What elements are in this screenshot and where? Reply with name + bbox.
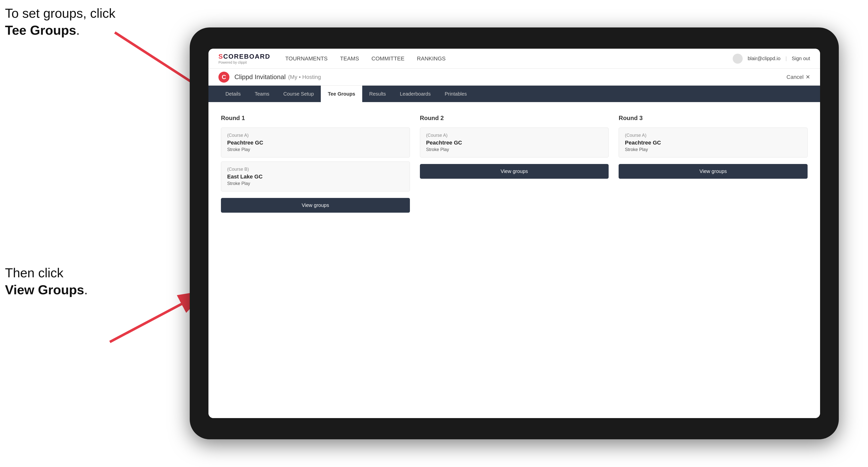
tablet-screen: SCOREBOARD Powered by clippit TOURNAMENT… (209, 49, 820, 418)
tab-teams[interactable]: Teams (248, 86, 276, 102)
round-2-course-a-format: Stroke Play (426, 147, 602, 152)
instruction-top-line1: To set groups, click (5, 6, 115, 21)
round-1-course-a-card: (Course A) Peachtree GC Stroke Play (221, 128, 410, 157)
top-nav: SCOREBOARD Powered by clippit TOURNAMENT… (209, 49, 820, 69)
nav-tournaments[interactable]: TOURNAMENTS (285, 55, 328, 62)
instruction-bottom-line1: Then click (5, 266, 63, 280)
nav-right: blair@clippd.io | Sign out (733, 54, 810, 64)
tab-leaderboards[interactable]: Leaderboards (393, 86, 438, 102)
tournament-logo-letter: C (222, 74, 226, 81)
round-1-course-a-label: (Course A) (227, 133, 404, 138)
round-2-title: Round 2 (420, 115, 609, 122)
cancel-label: Cancel (786, 74, 804, 81)
tournament-header: C Clippd Invitational (My • Hosting Canc… (209, 69, 820, 86)
nav-committee[interactable]: COMMITTEE (371, 55, 404, 62)
round-1-course-a-format: Stroke Play (227, 147, 404, 152)
nav-teams[interactable]: TEAMS (340, 55, 359, 62)
round-2-course-a-name: Peachtree GC (426, 139, 602, 146)
round-2-view-groups-button[interactable]: View groups (420, 164, 609, 179)
instruction-top-bold: Tee Groups (5, 23, 76, 37)
sign-out-link[interactable]: Sign out (792, 56, 810, 61)
nav-separator: | (785, 56, 786, 61)
round-1-course-a-name: Peachtree GC (227, 139, 404, 146)
tablet-device: SCOREBOARD Powered by clippit TOURNAMENT… (190, 27, 839, 439)
round-1-course-b-format: Stroke Play (227, 181, 404, 186)
logo-text: SCOREBOARD (218, 53, 270, 60)
tournament-status: (My • Hosting (288, 74, 321, 81)
round-3-course-a-label: (Course A) (625, 133, 801, 138)
round-3-title: Round 3 (619, 115, 808, 122)
logo-area: SCOREBOARD Powered by clippit (218, 53, 270, 64)
svg-line-3 (110, 297, 195, 342)
round-1-course-b-name: East Lake GC (227, 174, 404, 180)
logo-s-icon: S (218, 53, 223, 60)
tab-details[interactable]: Details (218, 86, 248, 102)
round-2-course-a-label: (Course A) (426, 133, 602, 138)
user-avatar (733, 54, 743, 64)
tab-results[interactable]: Results (362, 86, 393, 102)
round-1-column: Round 1 (Course A) Peachtree GC Stroke P… (221, 115, 410, 213)
round-2-course-a-card: (Course A) Peachtree GC Stroke Play (420, 128, 609, 157)
tab-course-setup[interactable]: Course Setup (276, 86, 321, 102)
round-3-column: Round 3 (Course A) Peachtree GC Stroke P… (619, 115, 808, 213)
tournament-logo: C (218, 72, 229, 83)
rounds-container: Round 1 (Course A) Peachtree GC Stroke P… (221, 115, 808, 213)
tab-bar: Details Teams Course Setup Tee Groups Re… (209, 86, 820, 102)
round-2-column: Round 2 (Course A) Peachtree GC Stroke P… (420, 115, 609, 213)
round-3-course-a-name: Peachtree GC (625, 139, 801, 146)
tournament-name: Clippd Invitational (235, 73, 286, 81)
instruction-top-end: . (76, 23, 80, 37)
main-content: Round 1 (Course A) Peachtree GC Stroke P… (209, 102, 820, 418)
nav-rankings[interactable]: RANKINGS (417, 55, 445, 62)
round-3-course-a-format: Stroke Play (625, 147, 801, 152)
instruction-bottom-bold: View Groups (5, 283, 84, 297)
round-3-course-a-card: (Course A) Peachtree GC Stroke Play (619, 128, 808, 157)
tab-tee-groups[interactable]: Tee Groups (321, 86, 362, 102)
round-1-course-b-label: (Course B) (227, 167, 404, 172)
instruction-bottom-end: . (84, 283, 88, 297)
nav-links: TOURNAMENTS TEAMS COMMITTEE RANKINGS (285, 55, 733, 62)
round-1-title: Round 1 (221, 115, 410, 122)
arrow-bottom-icon (90, 277, 205, 352)
cancel-button[interactable]: Cancel ✕ (786, 74, 810, 81)
close-icon: ✕ (806, 74, 810, 81)
round-1-view-groups-button[interactable]: View groups (221, 198, 410, 213)
round-1-course-b-card: (Course B) East Lake GC Stroke Play (221, 161, 410, 191)
user-email: blair@clippd.io (748, 56, 780, 61)
round-3-view-groups-button[interactable]: View groups (619, 164, 808, 179)
logo-subtitle: Powered by clippit (218, 60, 270, 64)
instruction-bottom: Then click View Groups. (5, 264, 88, 298)
tab-printables[interactable]: Printables (438, 86, 474, 102)
